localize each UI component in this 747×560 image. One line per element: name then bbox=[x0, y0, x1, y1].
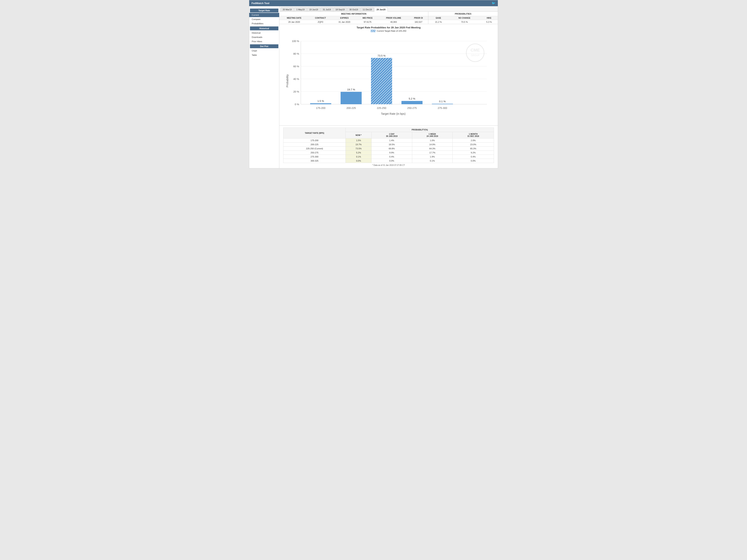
svg-text:100 %: 100 % bbox=[292, 40, 299, 43]
tab-1may19[interactable]: 1 May19 bbox=[294, 7, 307, 11]
prob-table-rate-header: TARGET RATE (BPS) bbox=[283, 128, 346, 138]
tab-19jun19[interactable]: 19 Jun19 bbox=[307, 7, 320, 11]
week1-value: 64.3% bbox=[412, 146, 453, 151]
svg-text:60 %: 60 % bbox=[293, 65, 299, 68]
tab-18sep19[interactable]: 18 Sep19 bbox=[333, 7, 347, 11]
probabilities-table: EASE NO CHANGE HIKE 21.2 % 73.5 % 5.3 % bbox=[428, 16, 498, 24]
meeting-info-panel: MEETING INFORMATION MEETING DATE CONTRAC… bbox=[279, 12, 428, 24]
chart-svg-container: CME GROUP Probability bbox=[283, 34, 494, 124]
svg-text:73.5 %: 73.5 % bbox=[378, 54, 386, 57]
month1-value: 65.3% bbox=[453, 146, 494, 151]
svg-text:175-200: 175-200 bbox=[316, 107, 326, 109]
week1-value: 17.7% bbox=[412, 151, 453, 155]
meeting-info-header: MEETING INFORMATION bbox=[279, 12, 428, 16]
ease-value: 21.2 % bbox=[428, 20, 448, 24]
prob-table-prob-header: PROBABILITY(%) bbox=[346, 128, 494, 132]
prob-table-1month-header: 1 MONTH 31 DEC 2018 bbox=[453, 132, 494, 138]
legend-text: Current Target Rate of 225-250 bbox=[377, 30, 406, 32]
svg-text:80 %: 80 % bbox=[293, 52, 299, 55]
content-area: 20 Mar19 1 May19 19 Jun19 31 Jul19 18 Se… bbox=[279, 6, 498, 168]
col-prior-oi: PRIOR OI bbox=[409, 16, 428, 20]
now-value: 0.0% bbox=[346, 159, 371, 163]
rate-label: 200-225 bbox=[283, 142, 346, 146]
day1-value: 9.9% bbox=[371, 151, 412, 155]
hike-value: 5.3 % bbox=[480, 20, 498, 24]
svg-point-0 bbox=[466, 44, 484, 62]
tab-29jan20[interactable]: 29 Jan20 bbox=[374, 7, 387, 12]
week1-value: 14.9% bbox=[412, 142, 453, 146]
bar-250-275 bbox=[402, 101, 422, 104]
bar-225-250-pattern bbox=[371, 58, 392, 104]
sidebar-item-historical[interactable]: Historical bbox=[249, 31, 279, 35]
sidebar-item-prior-hikes[interactable]: Prior Hikes bbox=[249, 39, 279, 44]
sidebar-item-probabilities[interactable]: Probabilities bbox=[249, 21, 279, 26]
prior-volume-value: 40,083 bbox=[378, 20, 409, 24]
table-section: TARGET RATE (BPS) PROBABILITY(%) NOW * 1… bbox=[279, 126, 498, 168]
tabs-container: 20 Mar19 1 May19 19 Jun19 31 Jul19 18 Se… bbox=[279, 6, 498, 12]
tab-31jul19[interactable]: 31 Jul19 bbox=[320, 7, 333, 11]
svg-text:19.7 %: 19.7 % bbox=[347, 88, 355, 91]
rate-label: 250-275 bbox=[283, 151, 346, 155]
bar-175-200 bbox=[310, 103, 331, 104]
chart-section: Target Rate Probabilities for 29 Jan 202… bbox=[279, 24, 498, 126]
svg-text:1.5 %: 1.5 % bbox=[317, 100, 324, 103]
title-bar: FedWatch Tool 🐦 bbox=[249, 0, 498, 6]
now-value: 1.5% bbox=[346, 138, 371, 142]
week1-value: 0.1% bbox=[412, 159, 453, 163]
app-title: FedWatch Tool bbox=[252, 2, 269, 5]
sidebar-item-downloads[interactable]: Downloads bbox=[249, 35, 279, 39]
prob-table: TARGET RATE (BPS) PROBABILITY(%) NOW * 1… bbox=[283, 128, 494, 163]
svg-text:CME: CME bbox=[470, 48, 480, 53]
probabilities-header: PROBABILITIES bbox=[428, 12, 498, 16]
dot-plot-header: Dot Plot bbox=[250, 44, 278, 48]
rate-label: 300-325 bbox=[283, 159, 346, 163]
month1-value: 0.4% bbox=[453, 155, 494, 159]
sidebar-item-compare[interactable]: Compare bbox=[249, 17, 279, 21]
prob-table-row: 300-325 0.0% 0.0% 0.1% 0.0% bbox=[283, 159, 494, 163]
mid-price-value: 97.6175 bbox=[357, 20, 378, 24]
info-section: MEETING INFORMATION MEETING DATE CONTRAC… bbox=[279, 12, 498, 24]
col-mid-price: MID PRICE bbox=[357, 16, 378, 20]
twitter-icon[interactable]: 🐦 bbox=[492, 1, 495, 5]
legend-pattern-icon bbox=[371, 30, 376, 32]
day1-value: 18.5% bbox=[371, 142, 412, 146]
prob-table-1week-header: 1 WEEK 24 JAN 2019 bbox=[412, 132, 453, 138]
sidebar-item-chart[interactable]: Chart bbox=[249, 49, 279, 53]
prob-table-row: 225-250 (Current) 73.5% 69.8% 64.3% 65.3… bbox=[283, 146, 494, 151]
tab-11dec19[interactable]: 11 Dec19 bbox=[360, 7, 374, 11]
col-prior-volume: PRIOR VOLUME bbox=[378, 16, 409, 20]
svg-text:0.1 %: 0.1 % bbox=[439, 100, 446, 103]
meeting-info-row: 29 Jan 2020 ZQF0 31 Jan 2020 97.6175 40,… bbox=[279, 20, 428, 24]
col-hike: HIKE bbox=[480, 16, 498, 20]
svg-text:40 %: 40 % bbox=[293, 78, 299, 80]
no-change-value: 73.5 % bbox=[448, 20, 481, 24]
tab-20mar19[interactable]: 20 Mar19 bbox=[281, 7, 294, 11]
day1-value: 69.8% bbox=[371, 146, 412, 151]
col-contract: CONTRACT bbox=[309, 16, 332, 20]
col-meeting-date: MEETING DATE bbox=[279, 16, 309, 20]
prob-table-row: 275-300 0.1% 0.4% 1.9% 0.4% bbox=[283, 155, 494, 159]
chart-title: Target Rate Probabilities for 29 Jan 202… bbox=[283, 26, 494, 29]
tab-30oct19[interactable]: 30 Oct19 bbox=[347, 7, 360, 11]
month1-value: 0.0% bbox=[453, 159, 494, 163]
expires-value: 31 Jan 2020 bbox=[332, 20, 357, 24]
now-value: 5.2% bbox=[346, 151, 371, 155]
prior-oi-value: 182,027 bbox=[409, 20, 428, 24]
sidebar-item-table[interactable]: Table bbox=[249, 53, 279, 57]
probabilities-row: 21.2 % 73.5 % 5.3 % bbox=[428, 20, 498, 24]
meeting-date-value: 29 Jan 2020 bbox=[279, 20, 309, 24]
chart-svg: CME GROUP Probability bbox=[283, 34, 494, 123]
chart-legend: Current Target Rate of 225-250 bbox=[283, 30, 494, 32]
svg-text:0 %: 0 % bbox=[295, 103, 299, 106]
bar-200-225 bbox=[341, 92, 362, 104]
svg-text:250-275: 250-275 bbox=[407, 107, 417, 109]
svg-text:5.2 %: 5.2 % bbox=[409, 97, 415, 100]
now-value: 73.5% bbox=[346, 146, 371, 151]
svg-text:200-225: 200-225 bbox=[346, 107, 356, 109]
svg-text:GROUP: GROUP bbox=[471, 54, 480, 57]
rate-label: 175-200 bbox=[283, 138, 346, 142]
bar-275-300 bbox=[432, 104, 453, 104]
sidebar-item-current[interactable]: Current bbox=[249, 13, 279, 17]
svg-text:20 %: 20 % bbox=[293, 90, 299, 93]
sidebar: Target Rate Current Compare Probabilitie… bbox=[249, 6, 279, 168]
